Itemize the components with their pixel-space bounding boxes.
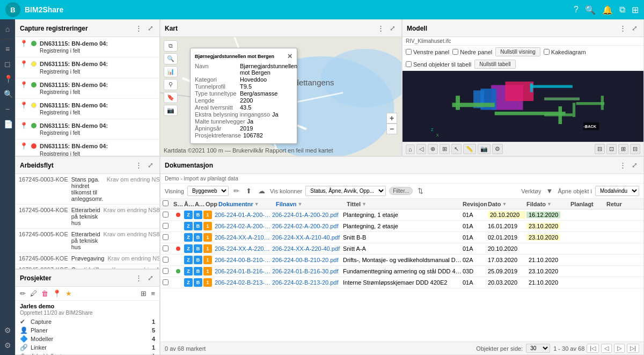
row-icon-num[interactable]: 1: [203, 222, 212, 230]
row-file[interactable]: 206-224-01-B-216-30.pdf: [272, 268, 342, 274]
row-icon-doc[interactable]: B: [194, 256, 202, 264]
nav-cam-icon[interactable]: 📷: [478, 144, 491, 154]
arbeidsflyt-list-item[interactable]: 167245-0005-KOE Etterarbeid på teknisk h…: [16, 229, 159, 253]
row-docno[interactable]: 206-224-02-A-200-20: [215, 223, 271, 229]
nav-select-icon[interactable]: ⊞: [440, 144, 450, 154]
dok-table-row[interactable]: Z B 1 206-224-XX-A-210-40 206-224-XX-A-2…: [160, 232, 643, 243]
modell-cb-kake[interactable]: Kakediagram: [544, 49, 586, 55]
prosjekter-expand-icon[interactable]: ⤢: [146, 273, 155, 283]
dok-table-row[interactable]: Z B 1 206-224-01-A-200-20 206-224-01-A-2…: [160, 209, 643, 221]
map-camera-btn[interactable]: 📷: [164, 105, 178, 116]
nav-back-icon[interactable]: ◁: [416, 144, 426, 154]
row-icon-edit[interactable]: Z: [184, 267, 193, 276]
modell-expand-icon[interactable]: ⤢: [630, 23, 639, 33]
dok-first-page-btn[interactable]: |◁: [587, 344, 599, 353]
capture-list-item[interactable]: 📍 DN631115: BN-demo 04:Registrering i fe…: [16, 57, 159, 78]
trash-icon[interactable]: 🗑: [40, 288, 49, 299]
nav-cursor-icon[interactable]: ↖: [451, 144, 462, 154]
modell-cb-venstre[interactable]: Venstre panel: [406, 49, 449, 55]
capture-list-item[interactable]: 📍 DN631115: BN-demo 04:Registrering i fe…: [16, 140, 159, 156]
nav-home-icon[interactable]: ⌂: [406, 144, 415, 154]
modell-cb-nedre[interactable]: Nedre panel: [452, 49, 492, 55]
capture-list-item[interactable]: 📍 DN631115: BN-demo 04:Registrering i fe…: [16, 78, 159, 99]
nav-measure-icon[interactable]: 📏: [463, 144, 476, 154]
row-docno[interactable]: 206-224-XX-A-210-40: [215, 234, 271, 241]
col-rev-header[interactable]: Revisjon ▼: [463, 201, 487, 207]
row-icon-edit[interactable]: Z: [184, 256, 193, 264]
row-icon-doc[interactable]: B: [194, 211, 202, 219]
map-zoom-out-btn[interactable]: −: [386, 124, 397, 134]
nav-top-icon[interactable]: ⊞: [618, 144, 628, 154]
row-icon-edit[interactable]: Z: [184, 278, 193, 287]
nav-side-icon[interactable]: ⊟: [630, 144, 640, 154]
row-icon-num[interactable]: 1: [203, 233, 212, 242]
grid-icon[interactable]: ⊞: [632, 5, 639, 15]
dok-last-page-btn[interactable]: ▷|: [627, 344, 639, 353]
dok-table-row[interactable]: Z B 1 206-224-XX-A-220-40 206-224-XX-A-2…: [160, 243, 643, 255]
arbeidsflyt-expand-icon[interactable]: ⤢: [146, 160, 155, 170]
dok-table-row[interactable]: Z B 1 206-224-02-B-213-20 206-224-02-B-2…: [160, 277, 643, 288]
modell-nullstill-visning-btn[interactable]: Nullstill visning: [495, 47, 540, 56]
capture-more-icon[interactable]: ⋮: [134, 23, 144, 33]
map-filter-btn[interactable]: ⚲: [164, 79, 178, 90]
dokumentasjon-more-icon[interactable]: ⋮: [618, 160, 628, 170]
capture-list-item[interactable]: 📍 DN631115: BN-demo 04:Registrering i fe…: [16, 37, 159, 57]
row-icon-num[interactable]: 1: [203, 244, 212, 253]
col-docno-header[interactable]: Dokumentnr ▼: [218, 201, 275, 207]
modell-cb-send[interactable]: Send objekter til tabell: [406, 61, 471, 68]
dok-verktoy-icon[interactable]: ▼: [545, 186, 555, 196]
location2-icon[interactable]: 📍: [52, 288, 62, 299]
pen-icon[interactable]: 🖊: [29, 288, 38, 299]
pin-icon[interactable]: 📍: [2, 73, 13, 85]
search-icon[interactable]: 🔍: [585, 5, 596, 15]
dok-filter-icon[interactable]: ⇅: [416, 186, 425, 196]
search-sidebar-icon[interactable]: 🔍: [2, 88, 13, 100]
row-cb[interactable]: [163, 234, 172, 241]
map-zoom-in-btn[interactable]: +: [386, 113, 397, 124]
dok-prev-page-btn[interactable]: ◁: [601, 344, 612, 353]
row-file[interactable]: 206-224-XX-A-220-40.pdf: [272, 245, 342, 252]
arbeidsflyt-more-icon[interactable]: ⋮: [134, 160, 144, 170]
kart-more-icon[interactable]: ⋮: [376, 23, 386, 33]
arbeidsflyt-list-item[interactable]: 167245-0003-KOE Stans pga. hindret tilko…: [16, 174, 159, 205]
map-popup-close[interactable]: ✕: [287, 53, 292, 60]
map-container[interactable]: Bjørnevig Sandviksvågen Kadettangens Bjø…: [160, 37, 401, 156]
dok-table-row[interactable]: Z B 1 206-224-00-B-210-20 206-224-00-B-2…: [160, 255, 643, 266]
arbeidsflyt-list-item[interactable]: 167245-0006-KOE Prøvegaving Krav om endr…: [16, 253, 159, 264]
row-docno[interactable]: 206-224-01-A-200-20: [215, 212, 271, 218]
row-file[interactable]: 206-224-02-B-213-20.pdf: [272, 279, 342, 286]
dok-table-row[interactable]: Z B 1 206-224-02-A-200-20 206-224-02-A-2…: [160, 221, 643, 232]
capture-list-item[interactable]: 📍 DN631115: BN-demo 04:Registrering i fe…: [16, 99, 159, 119]
arbeidsflyt-list-item[interactable]: 167245-0004-KOE Etterarbeid på teknisk h…: [16, 205, 159, 229]
home-icon[interactable]: ⌂: [2, 23, 13, 35]
map-search-btn[interactable]: 🔍: [164, 53, 178, 64]
row-cb[interactable]: [163, 223, 172, 230]
row-icon-num[interactable]: 1: [203, 278, 212, 287]
row-icon-doc[interactable]: B: [194, 233, 202, 242]
dokumentasjon-expand-icon[interactable]: ⤢: [630, 160, 639, 170]
row-cb[interactable]: [163, 268, 172, 275]
row-cb[interactable]: [163, 212, 172, 219]
row-icon-doc[interactable]: B: [194, 267, 202, 276]
col-file-header[interactable]: Filnavn ▼: [276, 201, 346, 207]
row-docno[interactable]: 206-224-00-B-210-20: [215, 257, 271, 263]
dok-upload-icon[interactable]: ⬆: [244, 186, 253, 196]
gear-icon[interactable]: ⚙: [2, 324, 13, 337]
row-icon-edit[interactable]: Z: [184, 211, 193, 219]
row-icon-edit[interactable]: Z: [184, 222, 193, 230]
menu-icon[interactable]: ≡: [2, 42, 13, 55]
dok-next-page-btn[interactable]: ▷: [614, 344, 625, 353]
modell-more-icon[interactable]: ⋮: [618, 23, 628, 33]
row-file[interactable]: 206-224-XX-A-210-40.pdf: [272, 234, 342, 241]
document-icon[interactable]: 📄: [2, 118, 13, 131]
dok-filter-badge[interactable]: Filter...: [389, 187, 413, 195]
nav-front-icon[interactable]: ⊡: [606, 144, 617, 154]
modell-nullstill-tabell-btn[interactable]: Nullstill tabell: [474, 60, 515, 69]
dok-cloud-icon[interactable]: ☁: [257, 186, 267, 196]
nav-settings-icon[interactable]: ⚙: [492, 144, 503, 154]
row-icon-num[interactable]: 1: [203, 267, 212, 276]
star-icon[interactable]: ★: [64, 288, 73, 299]
row-docno[interactable]: 206-224-01-B-216-30: [215, 268, 271, 274]
map-chart-btn[interactable]: 📊: [164, 66, 178, 77]
col-title-header[interactable]: Tittel ▼: [347, 201, 462, 207]
